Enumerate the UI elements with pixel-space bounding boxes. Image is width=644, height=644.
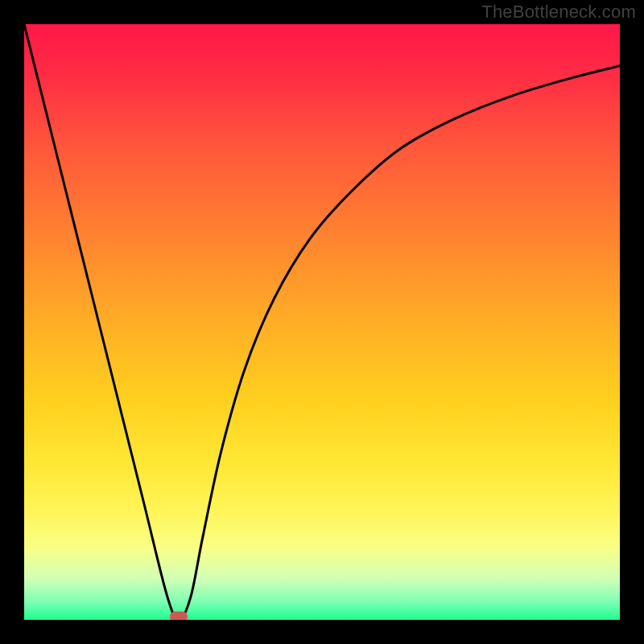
- plot-area: [24, 24, 620, 620]
- optimum-marker: [170, 612, 188, 621]
- chart-frame: TheBottleneck.com: [0, 0, 644, 644]
- watermark-text: TheBottleneck.com: [481, 2, 636, 23]
- bottleneck-curve: [24, 24, 620, 620]
